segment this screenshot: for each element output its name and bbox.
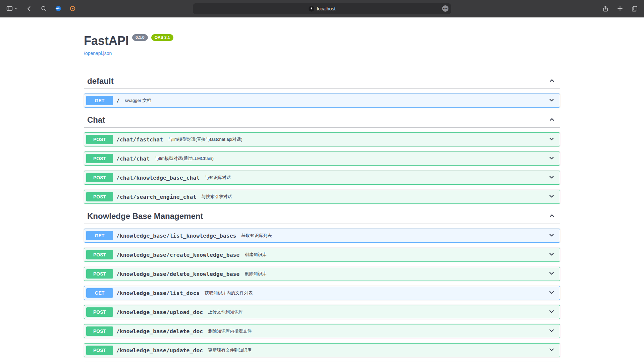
endpoint-path: /knowledge_base/delete_doc [116, 328, 203, 335]
section-title: default [87, 76, 114, 86]
method-badge: POST [86, 326, 113, 336]
expand-endpoint-button[interactable] [548, 232, 558, 240]
endpoint-summary: 创建知识库 [245, 252, 267, 258]
endpoint-path: /knowledge_base/create_knowledge_base [116, 252, 240, 258]
tab-overview-button[interactable] [631, 5, 639, 13]
endpoint-row[interactable]: GET / swagger 文档 [84, 94, 560, 108]
endpoint-summary: 与llm模型对话(直接与fastchat api对话) [168, 136, 243, 142]
extension-blue-button[interactable] [54, 5, 62, 12]
page-title: FastAPI [84, 34, 129, 48]
endpoint-row[interactable]: POST /chat/search_engine_chat 与搜索引擎对话 [84, 190, 560, 204]
back-button[interactable] [25, 5, 33, 13]
chevron-down-icon [548, 346, 555, 354]
collapse-section-button[interactable] [548, 212, 555, 220]
section-header[interactable]: default [84, 74, 560, 89]
expand-endpoint-button[interactable] [548, 193, 558, 201]
method-badge: GET [86, 288, 113, 298]
address-bar[interactable]: localhost ••• [193, 3, 451, 14]
chevron-up-icon [548, 212, 555, 220]
tab-overview-icon [631, 5, 638, 12]
back-chevron-icon [26, 5, 33, 12]
endpoint-path: / [116, 98, 120, 104]
expand-endpoint-button[interactable] [548, 289, 558, 297]
site-favicon-icon [309, 6, 314, 11]
chevron-down-icon [548, 193, 555, 201]
method-badge: GET [86, 231, 113, 240]
endpoint-summary: 上传文件到知识库 [208, 309, 243, 315]
chevron-down-icon [548, 135, 555, 143]
endpoint-row[interactable]: POST /knowledge_base/create_knowledge_ba… [84, 248, 560, 262]
chevron-down-icon [14, 7, 18, 10]
new-tab-button[interactable] [616, 5, 624, 12]
chevron-down-icon [548, 327, 555, 335]
section-endpoints: GET /knowledge_base/list_knowledge_bases… [84, 229, 560, 362]
endpoint-row[interactable]: GET /knowledge_base/list_docs 获取知识库内的文件列… [84, 286, 560, 300]
section-endpoints: POST /chat/fastchat 与llm模型对话(直接与fastchat… [84, 132, 560, 204]
section-header[interactable]: Knowledge Base Management [84, 209, 560, 224]
endpoint-row[interactable]: POST /chat/fastchat 与llm模型对话(直接与fastchat… [84, 132, 560, 146]
endpoint-path: /knowledge_base/update_doc [116, 347, 203, 354]
endpoint-path: /knowledge_base/delete_knowledge_base [116, 271, 240, 277]
swagger-ui: FastAPI 0.1.0 OAS 3.1 /openapi.json defa… [77, 34, 567, 362]
section-title: Chat [87, 115, 105, 125]
browser-extension-orange-icon [69, 5, 76, 12]
expand-endpoint-button[interactable] [548, 155, 558, 163]
search-button[interactable] [40, 5, 48, 12]
method-badge: POST [86, 192, 113, 201]
collapse-section-button[interactable] [548, 116, 555, 124]
expand-endpoint-button[interactable] [548, 308, 558, 316]
chevron-down-icon [548, 174, 555, 182]
endpoint-row[interactable]: POST /knowledge_base/delete_knowledge_ba… [84, 267, 560, 281]
method-badge: POST [86, 346, 113, 355]
browser-toolbar: localhost ••• [0, 0, 644, 17]
api-info: FastAPI 0.1.0 OAS 3.1 /openapi.json [84, 34, 560, 56]
endpoint-summary: 获取知识库列表 [241, 233, 272, 239]
method-badge: POST [86, 135, 113, 144]
chevron-down-icon [548, 270, 555, 278]
share-icon [602, 5, 609, 12]
share-button[interactable] [601, 5, 609, 13]
api-section-default: default GET / swagger 文档 [84, 74, 560, 108]
browser-extension-blue-icon [55, 5, 61, 12]
expand-endpoint-button[interactable] [548, 135, 558, 143]
openapi-spec-link[interactable]: /openapi.json [84, 51, 112, 56]
method-badge: POST [86, 269, 113, 279]
method-badge: POST [86, 154, 113, 163]
endpoint-row[interactable]: GET /knowledge_base/list_knowledge_bases… [84, 229, 560, 243]
chevron-down-icon [548, 289, 555, 297]
endpoint-summary: 与搜索引擎对话 [201, 194, 232, 200]
page-more-options-button[interactable]: ••• [442, 5, 448, 12]
endpoint-row[interactable]: POST /knowledge_base/delete_doc 删除知识库内指定… [84, 324, 560, 338]
api-title-row: FastAPI 0.1.0 OAS 3.1 [84, 34, 560, 48]
method-badge: POST [86, 307, 113, 317]
toolbar-left-group [5, 4, 76, 13]
toolbar-right-group [601, 5, 639, 13]
expand-endpoint-button[interactable] [548, 270, 558, 278]
endpoint-path: /chat/knowledge_base_chat [116, 175, 200, 181]
expand-endpoint-button[interactable] [548, 251, 558, 259]
method-badge: POST [86, 250, 113, 259]
sidebar-toggle-button[interactable] [5, 4, 18, 13]
endpoint-summary: swagger 文档 [125, 98, 151, 104]
endpoint-row[interactable]: POST /knowledge_base/update_doc 更新现有文件到知… [84, 343, 560, 357]
extension-orange-button[interactable] [69, 5, 76, 12]
section-header[interactable]: Chat [84, 113, 560, 128]
collapse-section-button[interactable] [548, 77, 555, 85]
endpoint-summary: 与知识库对话 [205, 175, 231, 181]
expand-endpoint-button[interactable] [548, 346, 558, 354]
expand-endpoint-button[interactable] [548, 97, 558, 105]
method-badge: POST [86, 173, 113, 182]
endpoint-row[interactable]: POST /chat/knowledge_base_chat 与知识库对话 [84, 171, 560, 185]
endpoint-row[interactable]: POST /chat/chat 与llm模型对话(通过LLMChain) [84, 152, 560, 166]
section-endpoints: GET / swagger 文档 [84, 94, 560, 108]
api-section-chat: Chat POST /chat/fastchat 与llm模型对话(直接与fas… [84, 113, 560, 204]
endpoint-row[interactable]: POST /knowledge_base/upload_doc 上传文件到知识库 [84, 305, 560, 319]
expand-endpoint-button[interactable] [548, 327, 558, 335]
chevron-down-icon [548, 97, 555, 105]
chevron-down-icon [548, 155, 555, 163]
url-text: localhost [317, 6, 335, 11]
version-badge: 0.1.0 [132, 34, 148, 41]
expand-endpoint-button[interactable] [548, 174, 558, 182]
search-icon [41, 5, 47, 12]
endpoint-path: /knowledge_base/list_docs [116, 290, 200, 296]
